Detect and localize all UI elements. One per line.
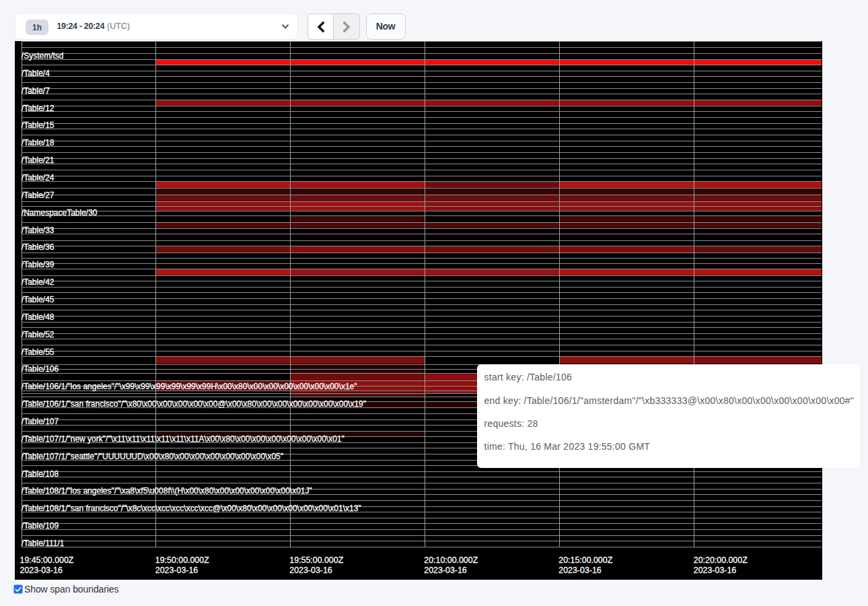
svg-text:/Table/55: /Table/55 (22, 347, 55, 357)
svg-text:/Table/15: /Table/15 (22, 121, 55, 130)
svg-text:/Table/107/1/"new york"/"\x11\: /Table/107/1/"new york"/"\x11\x11\x11\x1… (22, 434, 345, 444)
svg-text:/Table/33: /Table/33 (22, 226, 55, 235)
svg-text:2023-03-16: 2023-03-16 (558, 566, 601, 575)
svg-text:20:15:00.000Z: 20:15:00.000Z (558, 556, 612, 565)
svg-text:/Table/108: /Table/108 (22, 469, 59, 479)
svg-text:/System/tsd: /System/tsd (22, 51, 64, 61)
svg-text:/Table/107/1/"seattle"/"UUUUUU: /Table/107/1/"seattle"/"UUUUUUD\x00\x80\… (22, 452, 283, 461)
svg-text:/Table/108/1/"los angeles"/"\x: /Table/108/1/"los angeles"/"\xa8\xf5\u00… (22, 486, 312, 496)
svg-text:/Table/106/1/"san francisco"/": /Table/106/1/"san francisco"/"\x80\x00\x… (22, 399, 366, 409)
svg-text:/Table/52: /Table/52 (22, 330, 55, 339)
svg-text:/Table/24: /Table/24 (22, 173, 55, 182)
svg-text:/Table/4: /Table/4 (22, 69, 50, 78)
svg-text:/Table/18: /Table/18 (22, 138, 55, 147)
svg-text:/Table/36: /Table/36 (22, 242, 55, 252)
svg-text:20:20:00.000Z: 20:20:00.000Z (694, 556, 748, 565)
svg-text:20:10:00.000Z: 20:10:00.000Z (424, 556, 478, 565)
svg-text:2023-03-16: 2023-03-16 (424, 566, 466, 575)
svg-text:2023-03-16: 2023-03-16 (694, 566, 736, 575)
svg-text:/Table/45: /Table/45 (22, 295, 55, 304)
svg-text:/Table/106/1/"los angeles"/"\x: /Table/106/1/"los angeles"/"\x99\x99\x99… (22, 382, 357, 391)
svg-text:/Table/27: /Table/27 (22, 191, 55, 200)
svg-text:19:55:00.000Z: 19:55:00.000Z (289, 556, 343, 565)
svg-text:2023-03-16: 2023-03-16 (155, 566, 198, 575)
svg-text:/Table/48: /Table/48 (22, 312, 55, 322)
svg-text:/Table/12: /Table/12 (22, 104, 55, 113)
svg-text:/Table/109: /Table/109 (22, 521, 59, 531)
svg-text:/Table/108/1/"san francisco"/": /Table/108/1/"san francisco"/"\x8c\xcc\x… (22, 504, 361, 513)
svg-text:/Table/107: /Table/107 (22, 417, 59, 426)
svg-text:2023-03-16: 2023-03-16 (289, 566, 332, 575)
svg-text:/NamespaceTable/30: /NamespaceTable/30 (22, 208, 98, 217)
svg-text:19:45:00.000Z: 19:45:00.000Z (20, 556, 74, 565)
svg-text:/Table/39: /Table/39 (22, 260, 55, 269)
svg-text:19:50:00.000Z: 19:50:00.000Z (155, 556, 209, 565)
svg-text:/Table/21: /Table/21 (22, 156, 55, 165)
svg-text:/Table/106: /Table/106 (22, 364, 59, 374)
svg-text:/Table/111/1: /Table/111/1 (22, 539, 65, 548)
svg-text:/Table/7: /Table/7 (22, 86, 50, 96)
svg-text:/Table/42: /Table/42 (22, 277, 55, 287)
svg-text:2023-03-16: 2023-03-16 (20, 566, 63, 575)
